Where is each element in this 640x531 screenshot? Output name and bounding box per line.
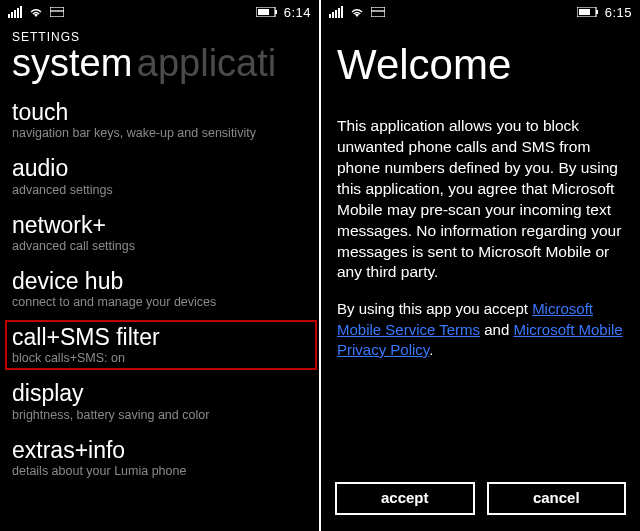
svg-rect-3 [17,8,19,18]
pivot-header[interactable]: system applicati [0,44,319,82]
svg-rect-8 [275,10,277,14]
svg-rect-0 [8,14,10,18]
clock: 6:14 [284,5,311,20]
clock: 6:15 [605,5,632,20]
item-title: extras+info [12,438,307,463]
settings-item-touch[interactable]: touch navigation bar keys, wake-up and s… [12,100,307,140]
item-subtitle: brightness, battery saving and color [12,408,307,422]
battery-icon [577,7,599,17]
signal-icon [8,6,22,18]
status-bar: 6:14 [0,0,319,24]
settings-item-call-sms-filter[interactable]: call+SMS filter block calls+SMS: on [7,322,315,368]
welcome-screen: 6:15 Welcome This application allows you… [321,0,640,531]
settings-item-network[interactable]: network+ advanced call settings [12,213,307,253]
wifi-icon [28,6,44,18]
svg-rect-4 [20,6,22,18]
item-subtitle: block calls+SMS: on [12,351,310,365]
battery-icon [256,7,278,17]
terms-suffix: . [429,341,433,358]
terms-prefix: By using this app you accept [337,300,532,317]
status-bar: 6:15 [321,0,640,24]
svg-rect-12 [335,10,337,18]
settings-item-display[interactable]: display brightness, battery saving and c… [12,381,307,421]
svg-rect-11 [332,12,334,18]
terms-mid: and [480,321,513,338]
inbox-icon [371,7,385,17]
svg-rect-19 [579,9,590,15]
svg-rect-10 [329,14,331,18]
item-title: network+ [12,213,307,238]
signal-icon [329,6,343,18]
wifi-icon [349,6,365,18]
settings-list: touch navigation bar keys, wake-up and s… [0,82,319,478]
svg-rect-14 [341,6,343,18]
pivot-applications[interactable]: applicati [137,42,276,84]
item-title: audio [12,156,307,181]
svg-rect-2 [14,10,16,18]
accept-button[interactable]: accept [335,482,475,515]
svg-rect-1 [11,12,13,18]
svg-rect-15 [371,7,385,17]
settings-screen: 6:14 SETTINGS system applicati touch nav… [0,0,319,531]
svg-rect-13 [338,8,340,18]
item-subtitle: advanced settings [12,183,307,197]
item-title: touch [12,100,307,125]
settings-item-audio[interactable]: audio advanced settings [12,156,307,196]
button-row: accept cancel [321,482,640,515]
welcome-body: This application allows you to block unw… [321,94,640,283]
inbox-icon [50,7,64,17]
terms-text: By using this app you accept Microsoft M… [321,283,640,360]
cancel-button[interactable]: cancel [487,482,627,515]
item-title: call+SMS filter [12,325,310,350]
svg-rect-18 [596,10,598,14]
settings-item-extras-info[interactable]: extras+info details about your Lumia pho… [12,438,307,478]
page-title: Welcome [321,24,640,94]
item-subtitle: advanced call settings [12,239,307,253]
breadcrumb: SETTINGS [0,24,319,44]
item-title: display [12,381,307,406]
svg-rect-9 [258,9,269,15]
item-title: device hub [12,269,307,294]
item-subtitle: details about your Lumia phone [12,464,307,478]
svg-rect-5 [50,7,64,17]
item-subtitle: navigation bar keys, wake-up and sensiti… [12,126,307,140]
settings-item-device-hub[interactable]: device hub connect to and manage your de… [12,269,307,309]
pivot-system[interactable]: system [12,42,132,84]
item-subtitle: connect to and manage your devices [12,295,307,309]
